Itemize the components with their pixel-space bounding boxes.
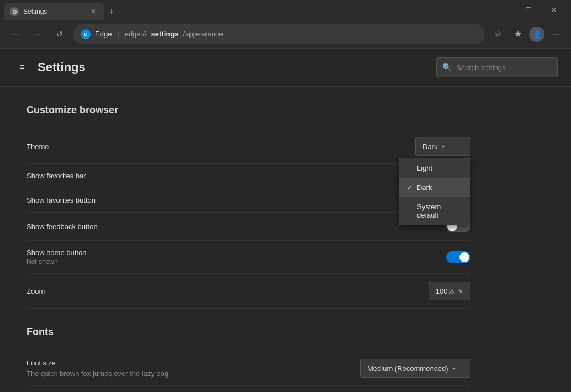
titlebar: ⚙ Settings ✕ + ─ ❐ ✕ <box>0 0 571 20</box>
settings-area: ≡ Settings 🔍 Customize browser Theme Dar… <box>0 49 571 392</box>
address-suffix: /appearance <box>183 30 223 38</box>
font-size-arrow: ▾ <box>453 365 456 372</box>
settings-header: ≡ Settings 🔍 <box>0 49 571 87</box>
close-button[interactable]: ✕ <box>541 0 567 20</box>
show-home-button-row: Show home button Not shown <box>27 241 470 274</box>
search-input[interactable] <box>456 63 552 72</box>
theme-option-dark[interactable]: ✓ Dark <box>399 178 470 197</box>
theme-option-system[interactable]: ✓ System default <box>399 197 470 225</box>
font-size-value: Medium (Recommended) <box>367 364 448 373</box>
hamburger-button[interactable]: ≡ <box>13 59 31 76</box>
zoom-value: 100% <box>436 287 454 295</box>
restore-button[interactable]: ❐ <box>516 0 541 20</box>
home-toggle-knob <box>459 252 469 262</box>
theme-system-label: System default <box>417 203 462 219</box>
theme-dropdown-popup: ✓ Light ✓ Dark ✓ System default <box>399 158 470 225</box>
theme-row: Theme Dark ▾ ✓ Light ✓ Dark <box>27 129 470 164</box>
customize-fonts-row[interactable]: Customize fonts › <box>27 386 470 392</box>
refresh-button[interactable]: ↺ <box>51 25 68 43</box>
more-button[interactable]: ··· <box>547 25 564 43</box>
home-button-label-group: Show home button Not shown <box>27 248 446 266</box>
address-path: settings <box>151 30 179 38</box>
new-tab-button[interactable]: + <box>104 4 119 20</box>
nav-actions: ☆ ★ 👤 ··· <box>489 25 564 43</box>
main-content: ≡ Settings 🔍 Customize browser Theme Dar… <box>0 49 571 392</box>
zoom-row: Zoom 100% ∨ <box>27 274 470 309</box>
forward-button[interactable]: → <box>29 25 46 43</box>
window-controls: ─ ❐ ✕ <box>490 0 567 20</box>
page-title: Settings <box>38 60 86 75</box>
show-feedback-button-label: Show feedback button <box>27 223 446 231</box>
theme-option-light[interactable]: ✓ Light <box>399 158 470 178</box>
back-button[interactable]: ← <box>7 25 24 43</box>
settings-tab-icon: ⚙ <box>10 7 19 16</box>
font-size-label-group: Font size The quick brown fox jumps over… <box>27 359 360 378</box>
theme-dropdown[interactable]: Dark ▾ <box>415 137 470 156</box>
fonts-section: Fonts Font size The quick brown fox jump… <box>27 326 470 392</box>
settings-tab-title: Settings <box>23 8 47 15</box>
font-size-dropdown[interactable]: Medium (Recommended) ▾ <box>360 359 470 378</box>
address-divider: | <box>117 30 119 38</box>
edge-logo-icon: e <box>81 29 91 39</box>
zoom-arrow: ∨ <box>458 287 463 295</box>
tab-area: ⚙ Settings ✕ + <box>4 0 488 20</box>
theme-dark-label: Dark <box>417 183 432 192</box>
dark-checkmark: ✓ <box>407 184 413 192</box>
zoom-label: Zoom <box>27 287 429 295</box>
customize-browser-title: Customize browser <box>27 104 470 116</box>
close-tab-button[interactable]: ✕ <box>88 7 98 17</box>
address-bar[interactable]: e Edge | edge://settings/appearance <box>73 24 485 44</box>
favorites-star-button[interactable]: ☆ <box>489 25 507 43</box>
theme-light-label: Light <box>417 164 432 172</box>
fonts-title: Fonts <box>27 326 470 338</box>
minimize-button[interactable]: ─ <box>490 0 516 20</box>
theme-dropdown-arrow: ▾ <box>442 144 445 150</box>
show-home-button-label: Show home button <box>27 248 446 257</box>
address-scheme: edge:// <box>125 30 147 38</box>
search-icon: 🔍 <box>442 63 452 72</box>
font-size-label: Font size <box>27 359 360 367</box>
theme-dropdown-wrapper: Dark ▾ ✓ Light ✓ Dark <box>415 137 470 156</box>
settings-tab[interactable]: ⚙ Settings ✕ <box>4 3 104 20</box>
font-preview: The quick brown fox jumps over the lazy … <box>27 369 360 378</box>
show-home-button-sublabel: Not shown <box>27 258 446 266</box>
font-size-row: Font size The quick brown fox jumps over… <box>27 351 470 386</box>
search-box[interactable]: 🔍 <box>436 57 558 77</box>
profile-button[interactable]: 👤 <box>529 27 544 42</box>
zoom-dropdown[interactable]: 100% ∨ <box>429 282 470 300</box>
navbar: ← → ↺ e Edge | edge://settings/appearanc… <box>0 20 571 49</box>
favorites-button[interactable]: ★ <box>509 25 527 43</box>
theme-selected-value: Dark <box>422 142 437 151</box>
theme-label: Theme <box>27 142 415 151</box>
edge-brand-label: Edge <box>95 30 112 38</box>
settings-body: Customize browser Theme Dark ▾ ✓ Light <box>0 87 497 392</box>
show-home-button-toggle[interactable] <box>446 251 470 263</box>
